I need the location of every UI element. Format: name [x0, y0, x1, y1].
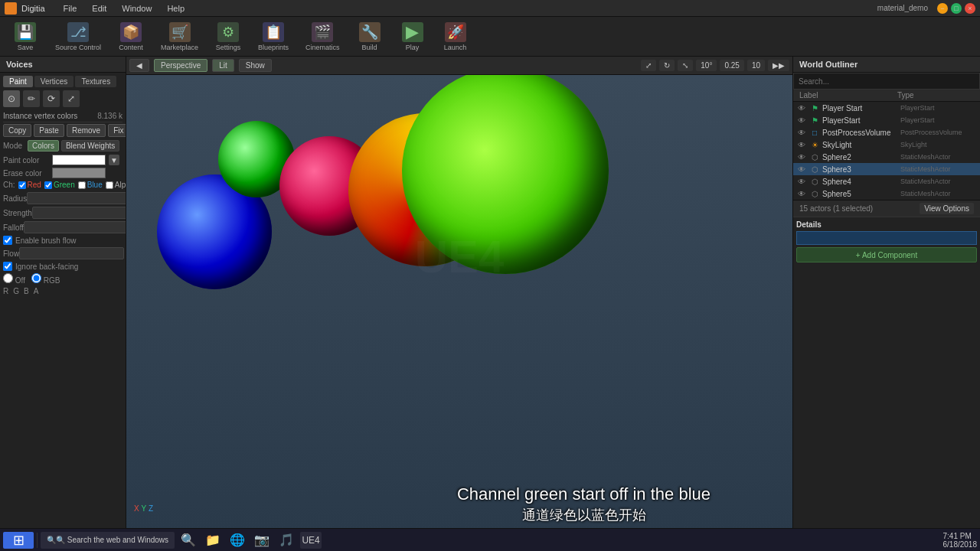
erase-color-label: Erase color: [3, 169, 49, 178]
colors-mode-btn[interactable]: Colors: [28, 140, 59, 152]
textures-tab[interactable]: Textures: [75, 76, 116, 87]
maximize-button[interactable]: □: [951, 3, 962, 14]
outliner-item-type: PostProcessVolume: [900, 129, 977, 136]
viewport[interactable]: ◀ Perspective Lit Show ⤢ ↻ ⤡ 10° 0.25 10…: [126, 57, 792, 528]
blue-channel-check[interactable]: Blue: [78, 181, 103, 189]
content-button[interactable]: 📦 Content: [112, 19, 150, 54]
marketplace-label: Marketplace: [161, 44, 198, 51]
lit-btn[interactable]: Lit: [212, 59, 234, 72]
ignore-back-facing-check[interactable]: [3, 262, 12, 271]
brush-expand-icon[interactable]: ⤢: [63, 90, 80, 107]
outliner-item-skylight[interactable]: 👁 ☀ SkyLight SkyLight: [793, 139, 980, 151]
remove-button[interactable]: Remove: [67, 124, 106, 137]
paint-color-label: Paint color: [3, 156, 49, 165]
blueprints-label: Blueprints: [258, 44, 289, 51]
flow-input[interactable]: 1.0: [19, 247, 124, 259]
viewport-canvas[interactable]: UE4 X Y Z: [126, 75, 792, 528]
outliner-item-sphere5[interactable]: 👁 ⬡ Sphere5 StaticMeshActor: [793, 187, 980, 200]
menu-file[interactable]: File: [60, 2, 80, 15]
menu-edit[interactable]: Edit: [89, 2, 109, 15]
scale-btn[interactable]: ⤡: [678, 60, 693, 71]
paste-button[interactable]: Paste: [34, 124, 64, 137]
view-options-btn[interactable]: View Options: [920, 203, 974, 214]
start-button[interactable]: ⊞: [3, 532, 34, 549]
brush-circle-icon[interactable]: ⊙: [3, 90, 20, 107]
outliner-item-player-start[interactable]: 👁 ⚑ Player Start PlayerStart: [793, 102, 980, 114]
paint-color-row: Paint color ▼: [3, 155, 122, 165]
cinematics-button[interactable]: 🎬 Cinematics: [299, 19, 346, 54]
save-button[interactable]: 💾 Save: [6, 19, 44, 54]
voxi-header: Voices: [0, 57, 126, 73]
outliner-eye-icon: 👁: [796, 127, 807, 138]
outliner-item-playerstart[interactable]: 👁 ⚑ PlayerStart PlayerStart: [793, 114, 980, 126]
paint-color-picker[interactable]: ▼: [109, 155, 119, 165]
copy-paste-row: Copy Paste Remove Fix: [3, 124, 122, 137]
rgb-radio[interactable]: RGB: [31, 273, 60, 285]
left-panel: Voices Paint Vertices Textures ⊙ ✏ ⟳ ⤢ I…: [0, 57, 126, 528]
rotate-btn[interactable]: ↻: [659, 60, 675, 71]
paint-tab[interactable]: Paint: [3, 76, 33, 87]
radius-label: Radius: [3, 194, 27, 203]
app-title: Digitia: [21, 4, 45, 13]
translate-btn[interactable]: ⤢: [641, 60, 656, 71]
taskbar-cortana[interactable]: 🔍: [178, 532, 199, 549]
scale-snap-btn[interactable]: 10: [747, 60, 765, 71]
outliner-item-sphere3[interactable]: 👁 ⬡ Sphere3 StaticMeshActor: [793, 163, 980, 175]
blend-weights-mode-btn[interactable]: Blend Weights: [61, 140, 119, 152]
strength-row: Strength 0.2: [3, 207, 122, 219]
settings-button[interactable]: ⚙ Settings: [209, 19, 247, 54]
brush-pen-icon[interactable]: ✏: [23, 90, 40, 107]
add-component-button[interactable]: + Add Component: [796, 247, 977, 262]
brush-fill-icon[interactable]: ⟳: [43, 90, 60, 107]
taskbar-file-explorer[interactable]: 📁: [202, 532, 224, 549]
launch-button[interactable]: 🚀 Launch: [436, 19, 475, 54]
menu-help[interactable]: Help: [164, 2, 188, 15]
falloff-input[interactable]: 1.0: [24, 221, 126, 233]
taskbar-unreal[interactable]: UE4: [300, 532, 322, 549]
build-button[interactable]: 🔧 Build: [351, 19, 389, 54]
play-button[interactable]: ▶ Play: [394, 19, 432, 54]
perspective-btn[interactable]: Perspective: [154, 59, 207, 72]
outliner-item-sphere2[interactable]: 👁 ⬡ Sphere2 StaticMeshActor: [793, 151, 980, 163]
camera-speed-btn[interactable]: ▶▶: [768, 60, 789, 71]
enable-brush-flow-check[interactable]: [3, 236, 12, 245]
close-button[interactable]: ×: [965, 3, 975, 14]
copy-button[interactable]: Copy: [3, 124, 31, 137]
outliner-item-sphere4[interactable]: 👁 ⬡ Sphere4 StaticMeshActor: [793, 175, 980, 187]
green-channel-check[interactable]: Green: [44, 181, 75, 189]
launch-icon: 🚀: [445, 22, 466, 42]
show-btn[interactable]: Show: [239, 59, 272, 72]
red-channel-check[interactable]: Red: [18, 181, 41, 189]
taskbar-browser[interactable]: 🌐: [227, 532, 248, 549]
perspective-mode-btn[interactable]: ◀: [129, 59, 149, 72]
paint-tabs: Paint Vertices Textures: [3, 76, 122, 87]
details-name-field[interactable]: Sphere3: [796, 231, 977, 245]
outliner-item-postprocess[interactable]: 👁 □ PostProcessVolume PostProcessVolume: [793, 126, 980, 139]
taskbar-photos[interactable]: 📷: [251, 532, 273, 549]
outliner-item-icon: ☀: [809, 139, 820, 150]
blueprints-button[interactable]: 📋 Blueprints: [252, 19, 295, 54]
minimize-button[interactable]: −: [937, 3, 948, 14]
paint-color-swatch[interactable]: [52, 155, 106, 165]
off-radio[interactable]: Off: [3, 273, 25, 285]
outliner-eye-icon: 👁: [796, 152, 807, 162]
menu-window[interactable]: Window: [119, 2, 155, 15]
snap-angle-btn[interactable]: 10°: [696, 60, 717, 71]
outliner-columns: Label Type: [793, 90, 980, 102]
g-channel: G: [13, 287, 19, 295]
outliner-item-type: SkyLight: [900, 141, 977, 148]
outliner-search-input[interactable]: [793, 73, 980, 90]
marketplace-button[interactable]: 🛒 Marketplace: [155, 19, 204, 54]
alpha-channel-check[interactable]: Alpha: [106, 181, 126, 189]
radius-input[interactable]: 44.577732: [27, 192, 126, 204]
strength-input[interactable]: 0.2: [32, 207, 126, 219]
grid-size-btn[interactable]: 0.25: [720, 60, 743, 71]
vertices-tab[interactable]: Vertices: [34, 76, 74, 87]
source-control-button[interactable]: ⎇ Source Control: [49, 19, 107, 54]
viewport-toolbar: ◀ Perspective Lit Show ⤢ ↻ ⤡ 10° 0.25 10…: [126, 57, 792, 75]
content-icon: 📦: [120, 22, 142, 42]
taskbar-search[interactable]: 🔍 🔍 Search the web and Windows: [41, 532, 175, 549]
taskbar-music[interactable]: 🎵: [276, 532, 297, 549]
fix-button[interactable]: Fix: [108, 124, 126, 137]
erase-color-swatch[interactable]: [52, 168, 106, 178]
